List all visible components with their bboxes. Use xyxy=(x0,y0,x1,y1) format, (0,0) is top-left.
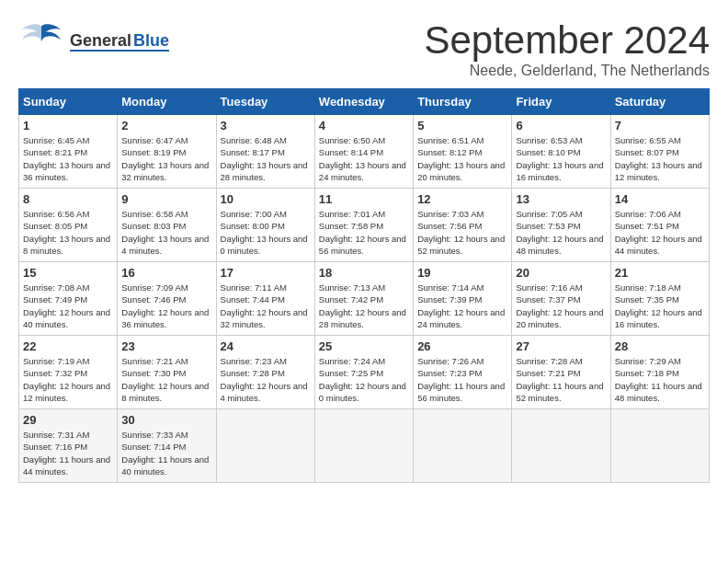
logo-underline xyxy=(70,50,169,52)
weekday-thursday: Thursday xyxy=(414,89,512,115)
day-detail: Sunrise: 7:05 AMSunset: 7:53 PMDaylight:… xyxy=(516,208,606,257)
day-number: 20 xyxy=(516,266,606,280)
day-number: 17 xyxy=(221,266,311,280)
calendar-cell: 8Sunrise: 6:56 AMSunset: 8:05 PMDaylight… xyxy=(19,189,118,262)
day-number: 9 xyxy=(121,192,211,206)
calendar-table: SundayMondayTuesdayWednesdayThursdayFrid… xyxy=(18,88,710,483)
weekday-friday: Friday xyxy=(512,89,610,115)
calendar-cell: 16Sunrise: 7:09 AMSunset: 7:46 PMDayligh… xyxy=(118,262,216,336)
calendar-cell: 3Sunrise: 6:48 AMSunset: 8:17 PMDaylight… xyxy=(216,115,314,189)
calendar-cell: 2Sunrise: 6:47 AMSunset: 8:19 PMDaylight… xyxy=(118,115,216,189)
month-year-title: September 2024 xyxy=(424,18,710,63)
calendar-cell: 26Sunrise: 7:26 AMSunset: 7:23 PMDayligh… xyxy=(414,336,512,409)
calendar-cell: 22Sunrise: 7:19 AMSunset: 7:32 PMDayligh… xyxy=(19,336,118,409)
day-detail: Sunrise: 7:21 AMSunset: 7:30 PMDaylight:… xyxy=(121,355,211,404)
day-number: 21 xyxy=(615,266,705,280)
calendar-cell: 15Sunrise: 7:08 AMSunset: 7:49 PMDayligh… xyxy=(19,262,118,336)
day-detail: Sunrise: 7:09 AMSunset: 7:46 PMDaylight:… xyxy=(121,282,211,330)
day-detail: Sunrise: 6:51 AMSunset: 8:12 PMDaylight:… xyxy=(417,134,507,183)
calendar-cell: 27Sunrise: 7:28 AMSunset: 7:21 PMDayligh… xyxy=(512,336,610,409)
day-detail: Sunrise: 7:16 AMSunset: 7:37 PMDaylight:… xyxy=(516,282,606,330)
calendar-cell: 18Sunrise: 7:13 AMSunset: 7:42 PMDayligh… xyxy=(314,262,413,336)
day-detail: Sunrise: 7:33 AMSunset: 7:14 PMDaylight:… xyxy=(121,429,211,477)
calendar-week-row: 1Sunrise: 6:45 AMSunset: 8:21 PMDaylight… xyxy=(19,115,710,189)
day-detail: Sunrise: 7:19 AMSunset: 7:32 PMDaylight:… xyxy=(23,355,113,404)
day-number: 4 xyxy=(319,119,409,132)
day-detail: Sunrise: 7:26 AMSunset: 7:23 PMDaylight:… xyxy=(417,355,507,404)
day-detail: Sunrise: 6:48 AMSunset: 8:17 PMDaylight:… xyxy=(221,134,311,183)
calendar-cell: 5Sunrise: 6:51 AMSunset: 8:12 PMDaylight… xyxy=(414,115,512,189)
day-number: 2 xyxy=(121,119,211,132)
calendar-week-row: 15Sunrise: 7:08 AMSunset: 7:49 PMDayligh… xyxy=(19,262,710,336)
calendar-cell: 28Sunrise: 7:29 AMSunset: 7:18 PMDayligh… xyxy=(610,336,709,409)
calendar-week-row: 8Sunrise: 6:56 AMSunset: 8:05 PMDaylight… xyxy=(19,189,710,262)
day-number: 23 xyxy=(121,339,211,353)
calendar-cell: 1Sunrise: 6:45 AMSunset: 8:21 PMDaylight… xyxy=(19,115,118,189)
calendar-cell: 25Sunrise: 7:24 AMSunset: 7:25 PMDayligh… xyxy=(314,336,413,409)
title-area: September 2024 Neede, Gelderland, The Ne… xyxy=(424,18,710,79)
day-detail: Sunrise: 7:08 AMSunset: 7:49 PMDaylight:… xyxy=(23,282,113,330)
day-number: 27 xyxy=(516,339,606,353)
day-detail: Sunrise: 7:01 AMSunset: 7:58 PMDaylight:… xyxy=(319,208,409,257)
calendar-body: 1Sunrise: 6:45 AMSunset: 8:21 PMDaylight… xyxy=(19,115,710,483)
calendar-cell: 14Sunrise: 7:06 AMSunset: 7:51 PMDayligh… xyxy=(610,189,709,262)
day-number: 25 xyxy=(319,339,409,353)
day-number: 12 xyxy=(417,192,507,206)
day-number: 22 xyxy=(23,339,113,353)
location-subtitle: Neede, Gelderland, The Netherlands xyxy=(424,63,710,79)
calendar-cell: 7Sunrise: 6:55 AMSunset: 8:07 PMDaylight… xyxy=(610,115,709,189)
day-number: 5 xyxy=(417,119,507,132)
logo: General Blue xyxy=(18,18,169,64)
day-detail: Sunrise: 7:03 AMSunset: 7:56 PMDaylight:… xyxy=(417,208,507,257)
weekday-sunday: Sunday xyxy=(19,89,118,115)
day-detail: Sunrise: 7:18 AMSunset: 7:35 PMDaylight:… xyxy=(615,282,705,330)
logo-icon xyxy=(18,18,64,64)
day-detail: Sunrise: 6:50 AMSunset: 8:14 PMDaylight:… xyxy=(319,134,409,183)
calendar-cell: 11Sunrise: 7:01 AMSunset: 7:58 PMDayligh… xyxy=(314,189,413,262)
day-number: 26 xyxy=(417,339,507,353)
day-detail: Sunrise: 7:14 AMSunset: 7:39 PMDaylight:… xyxy=(417,282,507,330)
day-detail: Sunrise: 6:45 AMSunset: 8:21 PMDaylight:… xyxy=(23,134,113,183)
day-detail: Sunrise: 7:24 AMSunset: 7:25 PMDaylight:… xyxy=(319,355,409,404)
calendar-cell xyxy=(610,409,709,483)
weekday-tuesday: Tuesday xyxy=(216,89,314,115)
day-number: 11 xyxy=(319,192,409,206)
calendar-cell: 29Sunrise: 7:31 AMSunset: 7:16 PMDayligh… xyxy=(19,409,118,483)
calendar-cell: 20Sunrise: 7:16 AMSunset: 7:37 PMDayligh… xyxy=(512,262,610,336)
calendar-cell: 17Sunrise: 7:11 AMSunset: 7:44 PMDayligh… xyxy=(216,262,314,336)
calendar-cell: 24Sunrise: 7:23 AMSunset: 7:28 PMDayligh… xyxy=(216,336,314,409)
day-number: 10 xyxy=(221,192,311,206)
calendar-cell: 10Sunrise: 7:00 AMSunset: 8:00 PMDayligh… xyxy=(216,189,314,262)
calendar-cell: 23Sunrise: 7:21 AMSunset: 7:30 PMDayligh… xyxy=(118,336,216,409)
day-number: 30 xyxy=(121,413,211,427)
calendar-cell: 4Sunrise: 6:50 AMSunset: 8:14 PMDaylight… xyxy=(314,115,413,189)
day-number: 8 xyxy=(23,192,113,206)
day-number: 24 xyxy=(221,339,311,353)
logo-blue: Blue xyxy=(133,32,169,49)
calendar-cell: 13Sunrise: 7:05 AMSunset: 7:53 PMDayligh… xyxy=(512,189,610,262)
calendar-cell xyxy=(512,409,610,483)
day-detail: Sunrise: 7:28 AMSunset: 7:21 PMDaylight:… xyxy=(516,355,606,404)
day-detail: Sunrise: 7:00 AMSunset: 8:00 PMDaylight:… xyxy=(221,208,311,257)
day-detail: Sunrise: 6:56 AMSunset: 8:05 PMDaylight:… xyxy=(23,208,113,257)
day-number: 7 xyxy=(615,119,705,132)
calendar-cell: 9Sunrise: 6:58 AMSunset: 8:03 PMDaylight… xyxy=(118,189,216,262)
day-number: 29 xyxy=(23,413,113,427)
day-detail: Sunrise: 7:11 AMSunset: 7:44 PMDaylight:… xyxy=(221,282,311,330)
day-detail: Sunrise: 6:58 AMSunset: 8:03 PMDaylight:… xyxy=(121,208,211,257)
day-number: 18 xyxy=(319,266,409,280)
calendar-cell: 21Sunrise: 7:18 AMSunset: 7:35 PMDayligh… xyxy=(610,262,709,336)
page-header: General Blue September 2024 Neede, Gelde… xyxy=(18,18,710,79)
day-detail: Sunrise: 7:23 AMSunset: 7:28 PMDaylight:… xyxy=(221,355,311,404)
calendar-cell: 12Sunrise: 7:03 AMSunset: 7:56 PMDayligh… xyxy=(414,189,512,262)
weekday-wednesday: Wednesday xyxy=(314,89,413,115)
day-number: 3 xyxy=(221,119,311,132)
day-number: 28 xyxy=(615,339,705,353)
day-detail: Sunrise: 7:29 AMSunset: 7:18 PMDaylight:… xyxy=(615,355,705,404)
weekday-header-row: SundayMondayTuesdayWednesdayThursdayFrid… xyxy=(19,89,710,115)
calendar-cell xyxy=(216,409,314,483)
calendar-cell: 30Sunrise: 7:33 AMSunset: 7:14 PMDayligh… xyxy=(118,409,216,483)
calendar-header: SundayMondayTuesdayWednesdayThursdayFrid… xyxy=(19,89,710,115)
calendar-week-row: 22Sunrise: 7:19 AMSunset: 7:32 PMDayligh… xyxy=(19,336,710,409)
weekday-monday: Monday xyxy=(118,89,216,115)
